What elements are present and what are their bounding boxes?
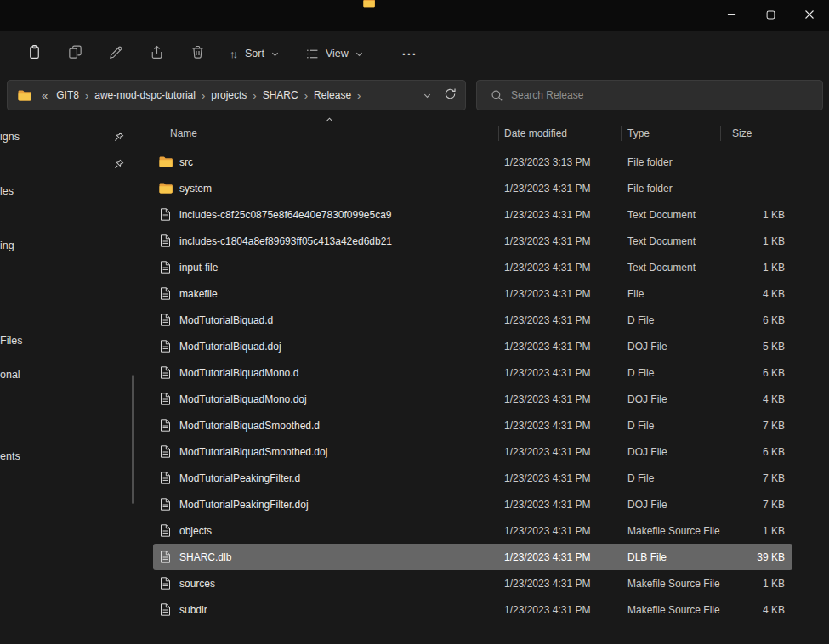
column-header-row: Name Date modified Type Size	[153, 121, 792, 144]
file-date-modified: 1/23/2023 4:31 PM	[499, 499, 622, 511]
search-input[interactable]	[511, 89, 812, 101]
file-type: Makefile Source File	[622, 604, 721, 616]
breadcrumb-item[interactable]: awe-mod-dspc-tutorial	[94, 89, 196, 101]
breadcrumb-separator-icon[interactable]: ›	[85, 89, 88, 102]
file-row[interactable]: makefile 1/23/2023 4:31 PM File 4 KB	[153, 280, 792, 307]
file-size: 39 KB	[721, 551, 792, 563]
file-icon	[158, 550, 173, 564]
file-row[interactable]: ModTutorialPeakingFilter.d 1/23/2023 4:3…	[153, 465, 792, 491]
file-icon	[158, 155, 173, 169]
file-name: ModTutorialBiquadMono.doj	[179, 393, 307, 405]
file-row[interactable]: ModTutorialBiquadMono.d 1/23/2023 4:31 P…	[153, 359, 792, 386]
breadcrumb-item[interactable]: projects	[211, 89, 247, 101]
sidebar-item[interactable]: les	[0, 185, 14, 197]
file-date-modified: 1/23/2023 4:31 PM	[499, 314, 622, 326]
rename-button[interactable]	[99, 38, 133, 69]
breadcrumb-separator-icon[interactable]: ›	[253, 89, 256, 102]
rename-icon	[108, 44, 124, 63]
file-row[interactable]: includes-c1804a8ef89693ff05c413a42ed6db2…	[153, 228, 792, 254]
file-row[interactable]: system 1/23/2023 4:31 PM File folder	[153, 175, 792, 201]
file-row[interactable]: ModTutorialBiquadSmoothed.doj 1/23/2023 …	[153, 438, 792, 465]
file-icon	[158, 392, 173, 406]
sidebar-item[interactable]: ing	[0, 240, 14, 251]
file-type: File	[622, 288, 721, 300]
file-date-modified: 1/23/2023 4:31 PM	[499, 578, 622, 590]
view-button[interactable]: View	[297, 38, 372, 69]
file-size: 1 KB	[721, 235, 792, 247]
sort-ascending-icon	[326, 117, 333, 122]
file-row[interactable]: ModTutorialBiquadSmoothed.d 1/23/2023 4:…	[153, 412, 792, 438]
file-row[interactable]: ModTutorialPeakingFilter.doj 1/23/2023 4…	[153, 491, 792, 517]
breadcrumb-separator-icon[interactable]: ›	[202, 89, 205, 102]
file-row[interactable]: ModTutorialBiquad.d 1/23/2023 4:31 PM D …	[153, 307, 792, 333]
refresh-icon	[444, 88, 457, 103]
file-type: DOJ File	[622, 341, 721, 353]
file-row[interactable]: ModTutorialBiquad.doj 1/23/2023 4:31 PM …	[153, 333, 792, 359]
maximize-button[interactable]	[751, 0, 790, 31]
file-icon	[158, 497, 173, 511]
minimize-button[interactable]	[712, 0, 751, 31]
sidebar-scrollbar[interactable]	[132, 375, 134, 504]
file-row[interactable]: src 1/23/2023 3:13 PM File folder	[153, 149, 792, 175]
share-button[interactable]	[139, 38, 173, 69]
sidebar-item[interactable]: igns	[0, 131, 20, 143]
breadcrumb-separator-icon[interactable]: ›	[357, 89, 361, 102]
sort-button[interactable]: ↑↓ Sort	[221, 38, 288, 69]
refresh-button[interactable]	[444, 88, 457, 103]
file-name: input-file	[179, 262, 218, 274]
file-size: 1 KB	[721, 262, 792, 274]
file-size: 6 KB	[721, 314, 792, 326]
paste-button[interactable]	[17, 38, 51, 69]
breadcrumb-collapse-icon[interactable]: «	[42, 89, 48, 102]
file-icon	[158, 365, 173, 380]
more-icon: ···	[402, 47, 417, 61]
view-icon	[305, 47, 320, 61]
file-name: includes-c1804a8ef89693ff05c413a42ed6db2…	[179, 235, 392, 247]
search-box	[476, 80, 823, 110]
file-date-modified: 1/23/2023 4:31 PM	[499, 183, 622, 195]
file-row[interactable]: includes-c8f25c0875e8f64e40e7830f099e5ca…	[153, 201, 792, 228]
file-icon	[158, 234, 173, 248]
sidebar-item[interactable]: Files	[0, 335, 22, 347]
delete-button[interactable]	[180, 38, 214, 69]
column-header-type[interactable]: Type	[622, 126, 721, 141]
file-row[interactable]: subdir 1/23/2023 4:31 PM Makefile Source…	[153, 596, 792, 623]
file-icon	[158, 576, 173, 590]
breadcrumb-item[interactable]: SHARC	[263, 89, 298, 101]
file-date-modified: 1/23/2023 4:31 PM	[499, 393, 622, 405]
column-header-size[interactable]: Size	[721, 126, 792, 141]
file-row[interactable]: sources 1/23/2023 4:31 PM Makefile Sourc…	[153, 570, 792, 596]
breadcrumb-item[interactable]: GIT8	[56, 89, 79, 101]
sidebar-item[interactable]: ents	[0, 450, 20, 462]
copy-button[interactable]	[58, 38, 92, 69]
maximize-icon	[766, 9, 775, 22]
breadcrumb-separator-icon[interactable]: ›	[304, 89, 308, 102]
file-size: 1 KB	[721, 578, 792, 590]
file-row[interactable]: ModTutorialBiquadMono.doj 1/23/2023 4:31…	[153, 386, 792, 412]
file-row[interactable]: objects 1/23/2023 4:31 PM Makefile Sourc…	[153, 517, 792, 544]
sidebar-item[interactable]: onal	[0, 369, 20, 381]
pin-icon	[113, 132, 124, 143]
sort-label: Sort	[245, 48, 264, 59]
file-icon	[158, 286, 173, 301]
window-controls	[712, 0, 829, 31]
column-header-date-modified[interactable]: Date modified	[499, 126, 622, 141]
pin-icon	[113, 159, 124, 170]
file-row[interactable]: SHARC.dlb 1/23/2023 4:31 PM DLB File 39 …	[153, 544, 792, 570]
file-list: Name Date modified Type Size src 1/23/20…	[153, 121, 792, 623]
breadcrumb-item[interactable]: Release	[314, 89, 351, 101]
file-row[interactable]: input-file 1/23/2023 4:31 PM Text Docume…	[153, 254, 792, 280]
file-list-rows: src 1/23/2023 3:13 PM File folder system…	[153, 149, 792, 623]
close-button[interactable]	[790, 0, 829, 31]
file-size: 1 KB	[721, 209, 792, 221]
file-type: Text Document	[622, 262, 721, 274]
file-type: Makefile Source File	[622, 578, 721, 590]
file-size: 6 KB	[721, 446, 792, 458]
address-folder-icon[interactable]	[18, 90, 31, 101]
file-type: DLB File	[622, 551, 721, 563]
copy-icon	[67, 44, 83, 63]
address-dropdown-icon[interactable]	[423, 91, 432, 100]
column-header-name[interactable]: Name	[153, 126, 499, 141]
file-name: objects	[179, 525, 212, 537]
see-more-button[interactable]: ···	[393, 38, 427, 69]
